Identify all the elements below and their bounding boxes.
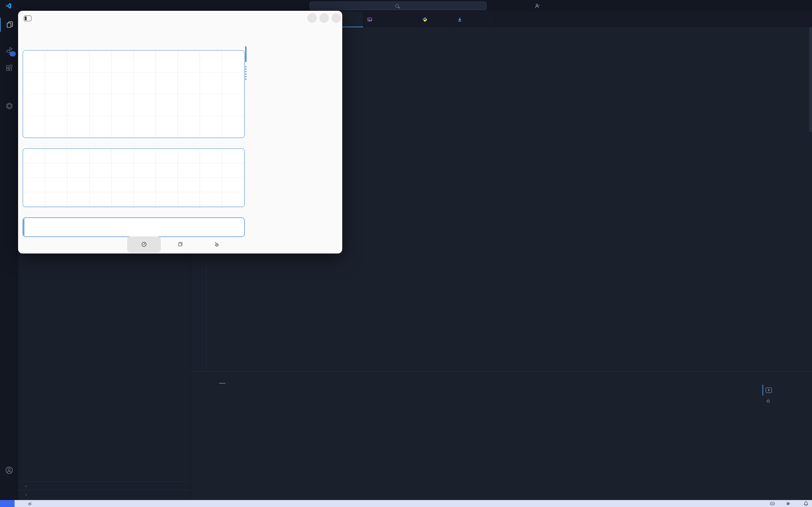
sidebar-item-extensions[interactable]: [0, 61, 18, 75]
remote-indicator[interactable]: [0, 500, 14, 507]
panel-tab-terminal[interactable]: [219, 372, 225, 383]
memory-monitor-window: [18, 11, 342, 253]
continue-logo-icon[interactable]: [786, 502, 791, 506]
sidebar-item-run-debug[interactable]: [0, 43, 18, 57]
tab-services[interactable]: [200, 236, 233, 253]
image-file-icon: [367, 17, 372, 22]
python-debug-console-icon: [766, 398, 771, 403]
markdown-down-icon: [457, 17, 462, 22]
composition-cached: [23, 218, 24, 236]
copilot-icon[interactable]: [770, 501, 775, 506]
hexagon-extension-icon: [5, 102, 13, 110]
sidebar-section-timeline[interactable]: ›: [18, 490, 190, 499]
window-controls: [776, 0, 791, 11]
titlebar: [0, 0, 812, 11]
panel-tabs: [193, 372, 235, 383]
terminal-item-bash[interactable]: $: [763, 385, 812, 395]
view-switcher: [18, 236, 342, 253]
status-bar: [0, 500, 812, 507]
panel-actions: [761, 372, 786, 383]
notifications-bell-icon[interactable]: [804, 501, 808, 506]
bash-terminal-icon: $: [766, 388, 772, 393]
swap-usage-chart: [22, 148, 245, 207]
search-icon: [395, 4, 399, 8]
terminal-item-python-debug[interactable]: [763, 395, 812, 406]
panel-tab-problems[interactable]: [193, 372, 199, 383]
tab-png-preview[interactable]: [363, 11, 419, 27]
command-center-search[interactable]: [310, 2, 487, 10]
python-file-icon: [422, 17, 427, 22]
detail-slots: [248, 114, 340, 122]
sidebar-item-extension-hexagon[interactable]: [0, 99, 18, 113]
activity-bar: [0, 11, 18, 500]
minimap[interactable]: [773, 31, 809, 103]
tab-apps[interactable]: [163, 236, 197, 253]
memory-composition-bar: [22, 217, 245, 237]
detail-type: [248, 130, 340, 138]
apps-icon: [178, 242, 183, 246]
menu-kebab-icon[interactable]: [295, 13, 304, 23]
profile-icon[interactable]: [535, 3, 540, 9]
sidebar-item-explorer[interactable]: [0, 18, 19, 32]
editor-actions: [774, 11, 783, 27]
performance-gauge-icon: [141, 241, 147, 247]
app-close-button[interactable]: [332, 13, 341, 23]
terminal-list: $: [763, 385, 812, 406]
indent-guide: [206, 264, 206, 370]
debug-toolbar: [598, 0, 623, 11]
detail-form-factor: [248, 122, 340, 130]
settings-button[interactable]: [0, 483, 18, 497]
services-icon: [214, 241, 219, 247]
explorer-icon: [6, 21, 14, 29]
chevron-right-icon: ›: [26, 493, 27, 497]
layout-controls: [729, 0, 746, 11]
chevron-right-icon: ›: [26, 484, 27, 488]
sidebar-section-outline[interactable]: ›: [18, 481, 190, 490]
panel-tab-output[interactable]: [201, 372, 208, 383]
sidebar-toggle-icon[interactable]: [24, 15, 32, 21]
vscode-logo-icon: [5, 3, 12, 9]
tab-performance[interactable]: [127, 236, 161, 253]
in-use-indicator-bar: [245, 46, 247, 62]
editor-scrollbar[interactable]: [809, 27, 812, 132]
debug-badge: [9, 51, 16, 56]
tab-nradar-py[interactable]: [419, 11, 454, 27]
panel-tab-ports[interactable]: [228, 372, 235, 383]
app-minimize-button[interactable]: [307, 13, 317, 23]
vscode-window: › ›: [0, 0, 812, 507]
memory-usage-chart: [22, 50, 245, 138]
extensions-icon: [5, 64, 13, 72]
account-icon: [5, 466, 13, 474]
app-maximize-button[interactable]: [319, 13, 329, 23]
accounts-button[interactable]: [0, 463, 18, 477]
debug-status-icon[interactable]: [28, 501, 32, 506]
panel-tab-debug-console[interactable]: [210, 372, 217, 383]
detail-speed: [248, 106, 340, 114]
committed-indicator-bar: [245, 66, 247, 81]
tab-bishe-md[interactable]: [454, 11, 496, 27]
sidebar-item-continue-extension[interactable]: [0, 80, 18, 94]
